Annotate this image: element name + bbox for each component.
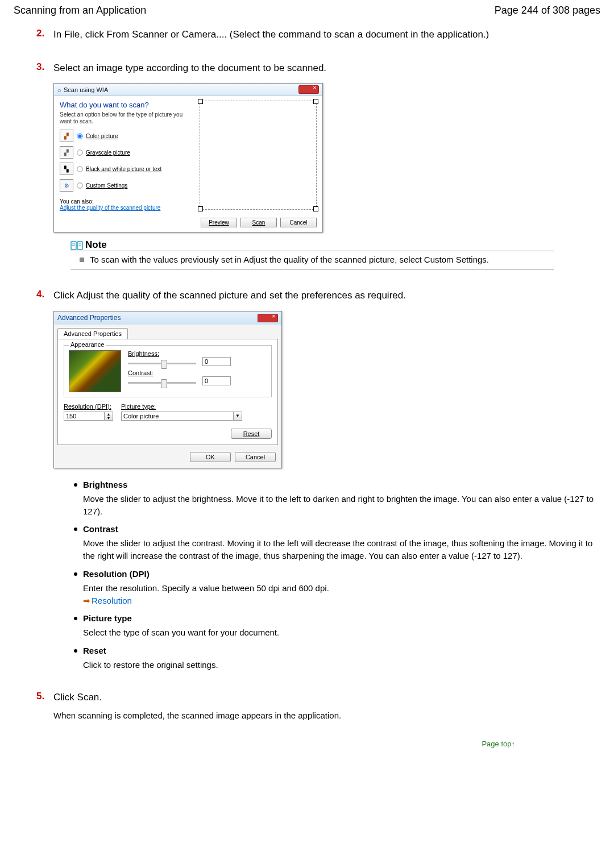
brightness-label: Brightness:	[128, 350, 159, 357]
step-text: In File, click From Scanner or Camera...…	[53, 28, 600, 42]
step-text: Click Adjust the quality of the scanned …	[53, 289, 600, 303]
term: Contrast	[83, 524, 600, 534]
page-title: Scanning from an Application	[14, 5, 146, 16]
contrast-slider[interactable]	[128, 382, 196, 384]
color-picture-icon: ▞	[60, 130, 73, 142]
wia-titlebar: ⌕ Scan using WIA	[54, 84, 322, 96]
bullet-icon	[80, 258, 84, 262]
contrast-label: Contrast:	[128, 369, 154, 376]
resolution-link[interactable]: Resolution	[92, 596, 132, 605]
brightness-value[interactable]: 0	[202, 357, 231, 366]
desc: Move the slider to adjust the brightness…	[83, 493, 600, 518]
wia-subtext: Select an option below for the type of p…	[60, 111, 196, 125]
handle-icon[interactable]	[198, 99, 203, 104]
page-number: Page 244 of 308 pages	[495, 5, 600, 16]
radio-color[interactable]	[77, 133, 82, 139]
resolution-input[interactable]	[64, 412, 105, 421]
picture-type-select[interactable]	[121, 412, 234, 421]
def-resolution: Resolution (DPI) Enter the resolution. S…	[70, 569, 600, 607]
step-num: 2.	[36, 28, 44, 39]
contrast-value[interactable]: 0	[202, 376, 231, 385]
advanced-properties-dialog: Advanced Properties Advanced Properties …	[53, 311, 282, 468]
radio-gray[interactable]	[77, 149, 82, 155]
slider-thumb-icon[interactable]	[161, 360, 167, 369]
adjust-quality-link[interactable]: Adjust the quality of the scanned pictur…	[60, 205, 160, 211]
preview-button[interactable]: Preview	[201, 218, 237, 227]
bw-icon: ▚	[60, 163, 73, 175]
appearance-group: Appearance Brightness: 0 Contrast	[64, 345, 272, 397]
step-num: 5.	[36, 691, 44, 702]
step-5: 5. Click Scan. When scanning is complete…	[36, 691, 600, 720]
step-text: Click Scan.	[53, 691, 600, 705]
group-legend: Appearance	[69, 341, 106, 348]
handle-icon[interactable]	[313, 99, 318, 104]
note-body: To scan with the values previously set i…	[70, 251, 554, 269]
step-num: 3.	[36, 61, 44, 73]
preview-area[interactable]	[200, 101, 317, 210]
opt-label: Grayscale picture	[86, 149, 130, 156]
wia-question: What do you want to scan?	[60, 101, 196, 109]
option-grayscale[interactable]: ▞ Grayscale picture	[60, 146, 196, 159]
wia-dialog: ⌕ Scan using WIA What do you want to sca…	[53, 83, 323, 232]
option-custom[interactable]: ⚙ Custom Settings	[60, 179, 196, 192]
step-4: 4. Click Adjust the quality of the scann…	[36, 289, 600, 671]
grayscale-icon: ▞	[60, 146, 73, 159]
step-text: Select an image type according to the do…	[53, 61, 600, 76]
option-color[interactable]: ▞ Color picture	[60, 130, 196, 142]
picture-type-label: Picture type:	[121, 403, 272, 410]
you-can-also: You can also: Adjust the quality of the …	[60, 198, 196, 211]
scanner-icon: ⌕	[57, 86, 61, 93]
close-icon[interactable]	[258, 314, 278, 322]
note-icon	[70, 240, 83, 251]
wia-title-text: Scan using WIA	[64, 86, 298, 93]
term: Picture type	[83, 613, 600, 623]
desc: Move the slider to adjust the contrast. …	[83, 537, 600, 562]
step-2: 2. In File, click From Scanner or Camera…	[36, 28, 600, 42]
step-num: 4.	[36, 289, 44, 300]
tab-advanced-properties[interactable]: Advanced Properties	[57, 328, 128, 339]
custom-icon: ⚙	[60, 179, 73, 192]
note-title: Note	[85, 239, 107, 251]
opt-label: Black and white picture or text	[86, 166, 161, 172]
term: Resolution (DPI)	[83, 569, 600, 579]
def-reset: Reset Click to restore the original sett…	[70, 646, 600, 671]
preview-thumbnail	[69, 350, 121, 392]
chevron-down-icon[interactable]: ▼	[234, 412, 242, 421]
desc: Select the type of scan you want for you…	[83, 626, 600, 639]
page-top-link[interactable]: Page top	[482, 740, 511, 748]
arrow-icon: ➡	[83, 596, 90, 605]
handle-icon[interactable]	[198, 206, 203, 211]
term: Reset	[83, 646, 600, 655]
spinner-buttons[interactable]: ▲▼	[105, 412, 113, 421]
def-brightness: Brightness Move the slider to adjust the…	[70, 480, 600, 518]
adv-title-text: Advanced Properties	[57, 314, 258, 322]
term: Brightness	[83, 480, 600, 489]
def-picture-type: Picture type Select the type of scan you…	[70, 613, 600, 639]
cancel-button[interactable]: Cancel	[280, 218, 317, 227]
close-icon[interactable]	[298, 85, 319, 94]
slider-thumb-icon[interactable]	[161, 379, 167, 388]
brightness-slider[interactable]	[128, 363, 196, 364]
note-block: Note To scan with the values previously …	[70, 239, 554, 269]
opt-label: Color picture	[86, 133, 118, 139]
step-sub: When scanning is completed, the scanned …	[53, 711, 600, 720]
def-contrast: Contrast Move the slider to adjust the c…	[70, 524, 600, 562]
desc: Click to restore the original settings.	[83, 659, 600, 671]
step-3: 3. Select an image type according to the…	[36, 61, 600, 270]
cancel-button[interactable]: Cancel	[235, 452, 276, 462]
reset-button[interactable]: Reset	[231, 429, 272, 439]
up-arrow-icon: ↑	[512, 740, 516, 748]
radio-bw[interactable]	[77, 166, 82, 172]
desc: Enter the resolution. Specify a value be…	[83, 582, 600, 607]
radio-custom[interactable]	[77, 182, 82, 188]
handle-icon[interactable]	[313, 206, 318, 211]
option-bw[interactable]: ▚ Black and white picture or text	[60, 163, 196, 175]
opt-label: Custom Settings	[86, 182, 127, 189]
ok-button[interactable]: OK	[190, 452, 231, 462]
resolution-label: Resolution (DPI):	[64, 403, 113, 410]
scan-button[interactable]: Scan	[240, 218, 277, 227]
